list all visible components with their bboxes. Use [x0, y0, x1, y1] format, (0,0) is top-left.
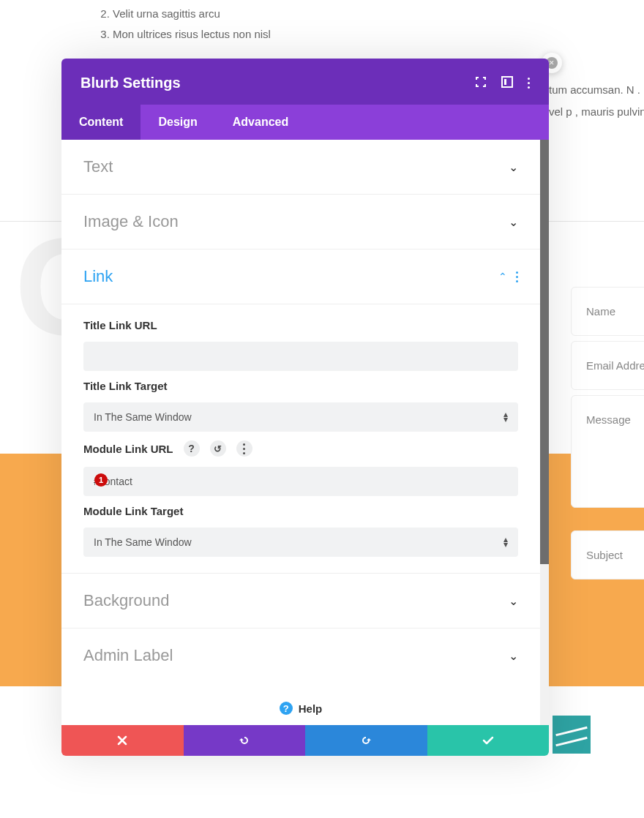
redo-button[interactable]	[305, 725, 427, 756]
section-link-content: Title Link URL Title Link Target ▴▾ Modu…	[61, 304, 540, 574]
undo-icon	[239, 735, 250, 746]
label-title-url: Title Link URL	[83, 319, 518, 331]
chevron-down-icon: ⌄	[509, 649, 518, 663]
kebab-menu-icon[interactable]	[236, 440, 252, 457]
label-title-target: Title Link Target	[83, 380, 518, 392]
save-button[interactable]	[427, 725, 550, 756]
select-title-target[interactable]	[83, 402, 518, 432]
snap-icon[interactable]	[501, 76, 513, 91]
chevron-down-icon: ⌄	[509, 594, 518, 608]
modal-header: Blurb Settings	[61, 59, 549, 105]
input-module-url[interactable]	[83, 467, 518, 496]
help-icon[interactable]: ?	[184, 440, 200, 457]
form-field-message[interactable]: Message	[571, 395, 644, 508]
tab-content[interactable]: Content	[61, 105, 141, 140]
section-link[interactable]: Link ⌃	[61, 249, 540, 304]
scrollbar[interactable]	[540, 140, 549, 725]
section-image-icon[interactable]: Image & Icon ⌄	[61, 195, 540, 249]
input-title-url[interactable]	[83, 342, 518, 371]
form-field-name[interactable]: Name	[571, 287, 644, 336]
reset-icon[interactable]: ↺	[210, 440, 226, 457]
header-icons	[475, 76, 530, 91]
svg-rect-0	[502, 77, 512, 87]
expand-icon[interactable]	[475, 76, 487, 91]
tab-advanced[interactable]: Advanced	[215, 105, 306, 140]
check-icon	[482, 735, 494, 746]
background-paragraph: tum accumsan. N . ultricies vel p , maur…	[549, 79, 644, 123]
section-text[interactable]: Text ⌄	[61, 140, 540, 195]
chevron-down-icon: ⌄	[509, 160, 518, 174]
modal-footer	[61, 725, 549, 756]
settings-modal: Blurb Settings Content Design Advanced T…	[61, 59, 549, 756]
undo-button[interactable]	[184, 725, 306, 756]
tabs: Content Design Advanced	[61, 105, 549, 140]
list-item: Velit urna sagittis arcu	[113, 4, 271, 24]
help-icon: ?	[280, 702, 293, 715]
label-module-url: Module Link URL ? ↺	[83, 440, 518, 457]
form-field-subject[interactable]: Subject	[571, 530, 644, 579]
form-field-email[interactable]: Email Addre	[571, 341, 644, 390]
scrollbar-thumb[interactable]	[540, 140, 549, 564]
list-item: Mon ultrices risus lectus non nisl	[113, 24, 271, 45]
cancel-button[interactable]	[61, 725, 184, 756]
modal-title: Blurb Settings	[80, 75, 181, 91]
kebab-menu-icon[interactable]	[528, 78, 530, 89]
module-icon[interactable]	[553, 716, 591, 754]
section-background[interactable]: Background ⌄	[61, 574, 540, 628]
redo-icon	[360, 735, 372, 746]
modal-body: Text ⌄ Image & Icon ⌄ Link ⌃ Title Link …	[61, 140, 549, 725]
tab-design[interactable]: Design	[141, 105, 214, 140]
help-row[interactable]: ? Help	[61, 683, 540, 725]
annotation-badge: 1	[94, 473, 108, 487]
select-module-target[interactable]	[83, 528, 518, 557]
close-icon	[116, 735, 128, 746]
label-module-target: Module Link Target	[83, 505, 518, 517]
svg-rect-1	[504, 79, 506, 85]
section-admin-label[interactable]: Admin Label ⌄	[61, 628, 540, 683]
chevron-up-icon: ⌃	[498, 271, 507, 282]
kebab-menu-icon[interactable]	[516, 271, 518, 282]
chevron-down-icon: ⌄	[509, 215, 518, 229]
